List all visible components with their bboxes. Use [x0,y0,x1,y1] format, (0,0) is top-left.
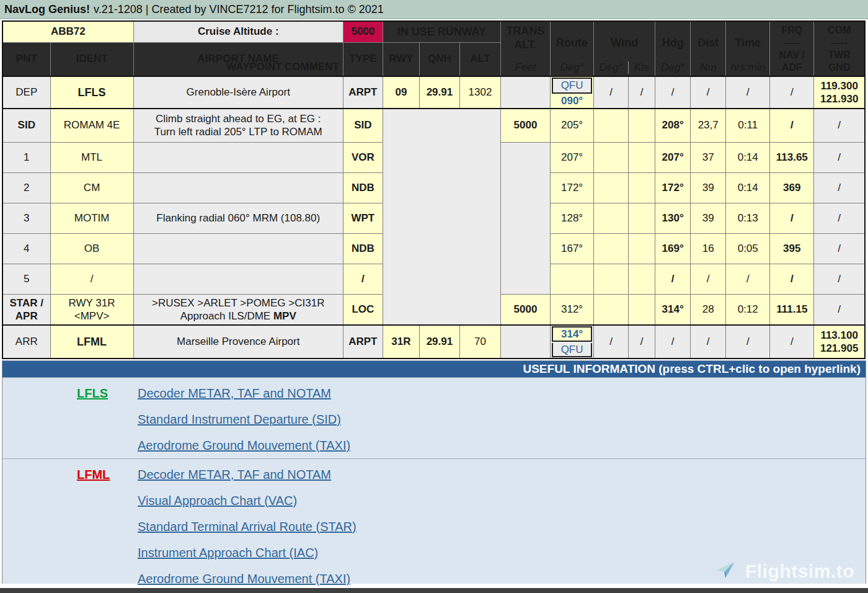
ident-cell[interactable]: MOTIM [50,203,133,233]
lfml-ident-label[interactable]: LFML [77,468,110,482]
dist-cell[interactable]: 28 [691,294,726,325]
ident-cell[interactable]: LFML [50,325,133,359]
trans-alt-cell[interactable]: 5000 [501,294,551,325]
dist-cell[interactable]: 16 [691,233,726,264]
hdg-cell[interactable]: 130° [655,203,691,233]
wind-deg-cell[interactable] [594,294,629,325]
link-lfml-iac[interactable]: Instrument Approach Chart (IAC) [138,546,318,560]
frq-cell[interactable]: / [770,203,814,233]
frq-cell[interactable]: 395 [770,233,814,264]
hdg-cell[interactable]: 208° [655,109,691,142]
frq-cell[interactable]: / [770,109,814,142]
type-cell[interactable]: VOR [343,142,383,172]
route-cell[interactable]: 128° [551,203,594,233]
wind-kts-cell[interactable] [629,203,655,233]
wind-deg-cell[interactable] [594,203,629,233]
cruise-altitude-value[interactable]: 5000 [343,21,383,42]
time-cell[interactable]: / [726,264,770,294]
time-cell[interactable]: 0:11 [726,109,770,142]
dist-cell[interactable]: 39 [691,172,726,203]
link-lfls-taxi[interactable]: Aerodrome Ground Mouvement (TAXI) [138,439,350,453]
link-lfml-star[interactable]: Standard Terminal Arrival Route (STAR) [138,520,356,534]
route-header: Route Deg° [551,21,594,76]
frq-cell[interactable]: 113.65 [770,142,814,172]
ident-cell[interactable]: RWY 31R <MPV> [50,294,133,325]
wind-deg-cell[interactable] [594,264,629,294]
link-lfml-taxi[interactable]: Aerodrome Ground Mouvement (TAXI) [138,572,350,586]
time-cell[interactable]: 0:13 [726,203,770,233]
wind-kts-cell[interactable] [629,233,655,264]
ident-cell[interactable]: OB [50,233,133,264]
com-cell[interactable]: 113.100 121.905 [814,325,865,359]
dist-cell[interactable]: / [691,264,726,294]
wind-kts-cell: / [629,325,655,359]
wind-kts-cell[interactable] [629,142,655,172]
time-cell[interactable]: 0:14 [726,142,770,172]
alt-cell[interactable]: 1302 [459,76,500,109]
com-cell: / [814,109,865,142]
route-title: Route [556,24,588,61]
dist-cell[interactable]: 39 [691,203,726,233]
wind-deg-cell[interactable] [594,109,629,142]
qnh-cell[interactable]: 29.91 [419,325,459,359]
trans-alt-cell [501,76,551,109]
route-cell[interactable]: 314° QFU [551,325,594,359]
link-lfls-decoder-metar[interactable]: Decoder METAR, TAF and NOTAM [138,386,331,401]
hdg-cell[interactable]: 207° [655,142,691,172]
type-cell[interactable]: WPT [343,203,383,233]
frq-cell[interactable]: / [770,264,814,294]
hdg-cell[interactable]: 169° [655,233,691,264]
comment-cell [133,172,343,203]
lfls-ident-label[interactable]: LFLS [77,386,108,401]
hdg-cell[interactable]: 314° [655,294,691,325]
wind-deg-cell[interactable] [594,142,629,172]
pnt-cell: 1 [2,142,50,172]
route-cell[interactable]: QFU 090° [551,76,594,109]
dist-cell[interactable]: 23,7 [691,109,726,142]
route-cell[interactable]: 207° [551,142,594,172]
time-cell[interactable]: 0:14 [726,172,770,203]
ident-cell[interactable]: ROMAM 4E [50,109,133,142]
hdg-cell[interactable]: 172° [655,172,691,203]
ident-cell[interactable]: MTL [50,142,133,172]
com-cell[interactable]: 119.300 121.930 [814,76,865,109]
flight-id-cell[interactable]: ABB72 [2,21,133,42]
trans-alt-cell[interactable]: 5000 [501,109,551,142]
wind-kts-cell[interactable] [629,264,655,294]
route-cell[interactable] [551,264,594,294]
time-cell[interactable]: 0:05 [726,233,770,264]
pnt-line-2: APR [3,310,50,323]
hdg-cell[interactable]: / [655,264,691,294]
type-cell[interactable]: NDB [343,172,383,203]
frq-cell[interactable]: 369 [770,172,814,203]
alt-cell[interactable]: 70 [459,325,500,359]
wind-kts-cell[interactable] [629,294,655,325]
ident-cell[interactable]: LFLS [50,76,133,109]
wind-kts-cell[interactable] [629,109,655,142]
ident-cell[interactable]: / [50,264,133,294]
type-cell[interactable]: / [343,264,383,294]
qnh-cell[interactable]: 29.91 [419,76,459,109]
route-cell[interactable]: 205° [551,109,594,142]
type-cell[interactable]: LOC [343,294,383,325]
route-cell[interactable]: 172° [551,172,594,203]
time-cell[interactable]: 0:12 [726,294,770,325]
rwy-cell[interactable]: 09 [383,76,419,109]
type-cell: ARPT [343,325,383,359]
com-cell: / [814,142,865,172]
ident-cell[interactable]: CM [50,172,133,203]
link-lfls-sid[interactable]: Standard Instrument Departure (SID) [138,412,341,427]
frq-cell[interactable]: 111.15 [770,294,814,325]
pnt-cell: 3 [2,203,50,233]
link-lfml-vac[interactable]: Visual Approach Chart (VAC) [138,494,297,508]
wind-deg-cell[interactable] [594,172,629,203]
type-cell[interactable]: NDB [343,233,383,264]
route-cell[interactable]: 167° [551,233,594,264]
type-cell[interactable]: SID [343,109,383,142]
dist-cell[interactable]: 37 [691,142,726,172]
wind-deg-cell[interactable] [594,233,629,264]
link-lfml-decoder-metar[interactable]: Decoder METAR, TAF and NOTAM [138,468,331,482]
rwy-cell[interactable]: 31R [383,325,419,359]
route-cell[interactable]: 312° [551,294,594,325]
wind-kts-cell[interactable] [629,172,655,203]
